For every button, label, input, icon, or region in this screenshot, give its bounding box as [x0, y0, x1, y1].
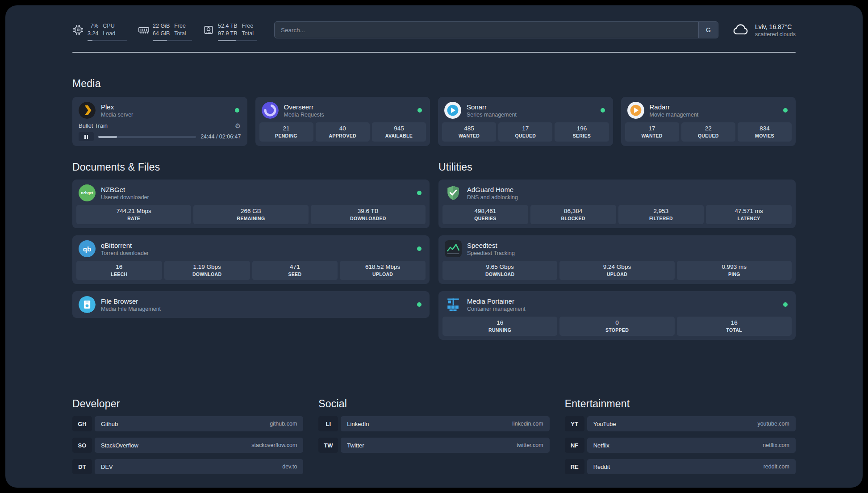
- bookmark-url: stackoverflow.com: [251, 442, 297, 448]
- bookmark-name: LinkedIn: [347, 421, 369, 427]
- bookmark-url: github.com: [270, 421, 297, 427]
- bookmark-name: YouTube: [593, 421, 616, 427]
- service-link-filebrowser[interactable]: File Browser Media File Management: [76, 295, 426, 314]
- stat-label: UPLOAD: [341, 272, 425, 277]
- memory-label-1: Free: [174, 22, 186, 30]
- bookmark-dev[interactable]: DT DEV dev.to: [72, 459, 303, 474]
- bookmark-youtube[interactable]: YT YouTube youtube.com: [565, 416, 796, 431]
- stat-label: FILTERED: [619, 216, 703, 221]
- bookmark-reddit[interactable]: RE Reddit reddit.com: [565, 459, 796, 474]
- service-link-overseerr[interactable]: Overseerr Media Requests: [259, 101, 426, 122]
- bookmark-abbr: LI: [318, 416, 338, 431]
- ram-icon: [138, 24, 153, 36]
- bookmarks: Developer GH Github github.com SO StackO…: [72, 398, 796, 474]
- bookmark-url: dev.to: [282, 464, 297, 470]
- search-engine-button[interactable]: G: [698, 22, 718, 38]
- service-subtitle: Container management: [467, 306, 526, 312]
- bookmark-abbr: NF: [565, 438, 584, 453]
- section-title-developer: Developer: [72, 398, 303, 410]
- bookmark-abbr: TW: [318, 438, 338, 453]
- stat-value: 498,461: [443, 208, 527, 214]
- stat-label: QUERIES: [443, 216, 527, 221]
- weather-condition: scattered clouds: [755, 31, 796, 38]
- service-name: Sonarr: [467, 103, 517, 111]
- stat-tile: 744.21 Mbps RATE: [76, 205, 191, 224]
- section-title-media: Media: [72, 78, 796, 90]
- service-link-qbittorrent[interactable]: qb qBittorrent Torrent downloader: [76, 239, 426, 261]
- bookmarks-developer: Developer GH Github github.com SO StackO…: [72, 398, 303, 474]
- bookmark-url: reddit.com: [764, 464, 789, 470]
- status-dot: [601, 108, 605, 113]
- plex-icon: [79, 102, 96, 119]
- media-grid: Plex Media server Bullet Train ⚙ 24:44 /…: [72, 97, 796, 146]
- bookmark-url: twitter.com: [517, 442, 543, 448]
- stat-label: RUNNING: [443, 327, 556, 333]
- bookmark-name: Reddit: [593, 464, 610, 470]
- status-dot: [235, 108, 239, 113]
- service-link-speedtest[interactable]: Speedtest Speedtest Tracking: [442, 239, 792, 261]
- cpu-label-2: Load: [103, 30, 115, 38]
- stat-tile: 16 TOTAL: [677, 317, 792, 336]
- stat-tile: 16 LEECH: [76, 261, 162, 280]
- search-input[interactable]: [275, 22, 698, 38]
- adguard-icon: [445, 184, 462, 201]
- service-name: Plex: [101, 103, 133, 111]
- search-bar: G: [274, 21, 718, 38]
- resource-widget-disk: 52.4 TB 97.9 TB Free Total: [203, 22, 257, 42]
- section-title-documents: Documents & Files: [72, 161, 430, 173]
- bookmark-name: Netflix: [593, 442, 609, 449]
- stat-value: 22: [682, 125, 734, 132]
- service-name: File Browser: [101, 297, 161, 305]
- pause-button[interactable]: [79, 132, 94, 141]
- service-subtitle: Media Requests: [284, 112, 324, 118]
- cpu-usage: 7%: [90, 22, 98, 30]
- stat-tile: 47.571 ms LATENCY: [706, 205, 792, 224]
- bookmark-pill: YouTube youtube.com: [587, 416, 796, 431]
- stat-value: 39.6 TB: [312, 208, 425, 214]
- service-link-nzbget[interactable]: nzbget NZBGet Usenet downloader: [76, 184, 426, 205]
- service-card-overseerr: Overseerr Media Requests 21 PENDING 40 A…: [255, 97, 430, 146]
- gear-icon[interactable]: ⚙: [235, 122, 241, 129]
- stat-tile: 618.52 Mbps UPLOAD: [340, 261, 426, 280]
- stat-label: WANTED: [626, 133, 678, 138]
- qbittorrent-icon-text: qb: [83, 245, 91, 253]
- bookmark-pill: Reddit reddit.com: [587, 459, 796, 474]
- service-card-qbittorrent: qb qBittorrent Torrent downloader 16 LEE…: [72, 235, 430, 284]
- stat-label: PING: [678, 272, 791, 277]
- service-link-adguard[interactable]: AdGuard Home DNS and adblocking: [442, 184, 792, 205]
- service-card-plex: Plex Media server Bullet Train ⚙ 24:44 /…: [72, 97, 247, 146]
- service-link-radarr[interactable]: Radarr Movie management: [625, 101, 792, 122]
- bookmark-netflix[interactable]: NF Netflix netflix.com: [565, 438, 796, 453]
- service-link-plex[interactable]: Plex Media server: [76, 101, 243, 122]
- stat-tile: 0 STOPPED: [559, 317, 674, 336]
- now-playing-title: Bullet Train: [79, 122, 108, 129]
- section-title-entertainment: Entertainment: [565, 398, 796, 410]
- service-link-portainer[interactable]: Media Portainer Container management: [442, 295, 792, 317]
- playback-time: 24:44 / 02:06:47: [200, 134, 241, 140]
- stat-tile: 17 QUEUED: [498, 122, 552, 142]
- topbar: 7% 3.24 CPU Load: [72, 21, 796, 42]
- playback-progress-bar[interactable]: [98, 136, 196, 138]
- memory-free: 22 GiB: [153, 22, 170, 30]
- bookmark-github[interactable]: GH Github github.com: [72, 416, 303, 431]
- status-dot: [417, 246, 421, 251]
- service-card-adguard: AdGuard Home DNS and adblocking 498,461 …: [438, 180, 796, 228]
- service-card-portainer: Media Portainer Container management 16 …: [438, 291, 796, 340]
- stat-tile: 86,384 BLOCKED: [530, 205, 616, 224]
- status-dot: [417, 302, 421, 307]
- weather-widget: Lviv, 16.87°C scattered clouds: [731, 22, 796, 39]
- memory-progress-bar: [153, 40, 192, 41]
- memory-total: 64 GiB: [153, 30, 170, 38]
- bookmark-stackoverflow[interactable]: SO StackOverflow stackoverflow.com: [72, 438, 303, 453]
- stat-label: UPLOAD: [560, 272, 673, 277]
- bookmark-linkedin[interactable]: LI LinkedIn linkedin.com: [318, 416, 549, 431]
- service-link-sonarr[interactable]: Sonarr Series management: [442, 101, 609, 122]
- disk-label-1: Free: [242, 22, 254, 30]
- bookmark-pill: StackOverflow stackoverflow.com: [95, 438, 303, 453]
- stat-value: 471: [253, 263, 337, 270]
- service-name: Media Portainer: [467, 297, 526, 305]
- stat-label: STOPPED: [560, 327, 673, 333]
- bookmark-twitter[interactable]: TW Twitter twitter.com: [318, 438, 549, 453]
- speedtest-icon: [445, 240, 462, 257]
- bookmark-url: youtube.com: [757, 421, 789, 427]
